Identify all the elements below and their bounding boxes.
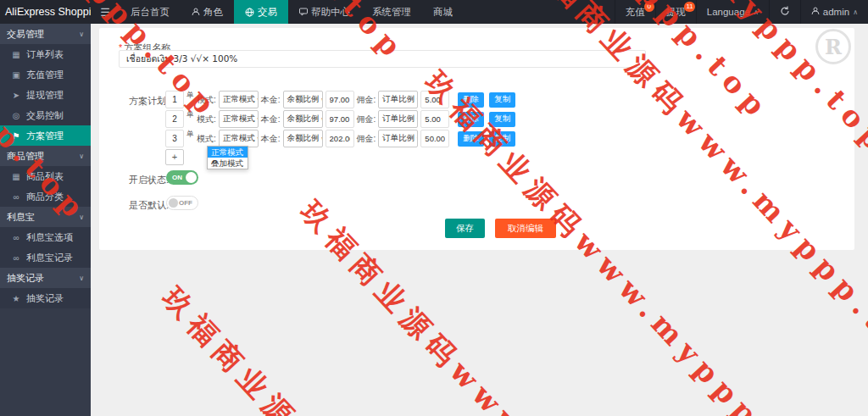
sidebar-item-withdraw-management[interactable]: ➤ 提现管理	[0, 85, 91, 105]
sidebar-item-plan-management[interactable]: ⚑ 方案管理	[0, 125, 91, 146]
commission-type-select[interactable]: 订单比例	[378, 91, 418, 108]
mode-label: 模式:	[197, 94, 216, 106]
mode-select[interactable]: 正常模式	[219, 91, 259, 108]
language-label: Language	[707, 7, 750, 17]
principal-label: 本金:	[261, 94, 281, 106]
principal-value-input[interactable]	[326, 110, 354, 128]
nav-item-help-center[interactable]: 帮助中心	[288, 0, 361, 24]
sidebar-item-interest-records[interactable]: ∞ 利息宝记录	[0, 247, 91, 268]
unit-suffix: 单	[186, 90, 194, 101]
recharge-badge: 0	[644, 2, 654, 12]
principal-type-select[interactable]: 余额比例	[283, 91, 323, 108]
recharge-label: 充值	[626, 6, 645, 19]
toggle-state-text: OFF	[179, 199, 192, 207]
principal-type-select[interactable]: 余额比例	[283, 130, 323, 147]
hamburger-menu-icon[interactable]: ☰	[91, 0, 120, 24]
item-label: 方案管理	[26, 130, 64, 142]
admin-page: AliExpress Shopping... ☰ 后台首页 角色 交易 帮助中心…	[0, 0, 868, 416]
link-icon: ∞	[11, 192, 21, 202]
mode-select-dropdown: 正常模式 叠加模式	[207, 146, 248, 169]
selected-value: 余额比例	[287, 114, 320, 125]
delete-row-button[interactable]: 删除	[458, 92, 484, 108]
sidebar-item-order-list[interactable]: ▦ 订单列表	[0, 44, 91, 64]
sidebar-item-product-list[interactable]: ▦ 商品列表	[0, 166, 91, 186]
selected-value: 正常模式	[223, 94, 255, 105]
user-icon	[192, 8, 200, 16]
flag-icon: ⚑	[11, 131, 21, 141]
commission-value-input[interactable]	[420, 130, 449, 147]
withdraw-badge: 11	[684, 2, 694, 12]
nav-item-system[interactable]: 系统管理	[361, 0, 422, 24]
unit-suffix: 单	[186, 109, 194, 120]
default-toggle[interactable]: OFF	[166, 196, 198, 210]
sidebar-item-product-category[interactable]: ∞ 商品分类	[0, 186, 91, 207]
nav-item-roles[interactable]: 角色	[181, 0, 234, 24]
delete-row-button[interactable]: 删除	[458, 112, 484, 127]
commission-value-input[interactable]	[420, 91, 449, 108]
save-button[interactable]: 保存	[445, 219, 485, 238]
globe-icon	[245, 8, 254, 17]
selected-value: 余额比例	[287, 133, 320, 144]
watermark-text: 玖福商业源码www.myppp.top	[153, 280, 570, 416]
language-dropdown[interactable]: Language ∧	[696, 0, 769, 24]
commission-label: 佣金:	[357, 114, 376, 125]
status-toggle-label: 开启状态:	[129, 174, 169, 186]
add-row-button[interactable]: +	[165, 149, 184, 165]
plan-edit-card: R *方案组名称 方案计划: 单 模式: 正常模式 本金: 余额比例 佣金: 订…	[99, 28, 854, 250]
sidebar-item-interest-options[interactable]: ∞ 利息宝选项	[0, 227, 91, 247]
mode-label: 模式:	[197, 133, 216, 145]
sidebar-group-interest-treasure[interactable]: 利息宝 ∨	[0, 207, 91, 227]
default-toggle-label: 是否默认:	[129, 199, 169, 212]
sequence-input[interactable]	[165, 130, 184, 147]
commission-type-select[interactable]: 订单比例	[378, 130, 418, 147]
cancel-edit-button[interactable]: 取消编辑	[495, 219, 556, 238]
chevron-up-icon: ∧	[853, 8, 858, 16]
sequence-input[interactable]	[165, 110, 184, 128]
nav-label: 系统管理	[372, 6, 411, 19]
recharge-button[interactable]: 充值 0	[615, 0, 655, 24]
principal-label: 本金:	[261, 114, 281, 125]
status-toggle[interactable]: ON	[166, 170, 198, 185]
top-navbar: AliExpress Shopping... ☰ 后台首页 角色 交易 帮助中心…	[0, 0, 868, 24]
main-nav: 后台首页 角色 交易 帮助中心 系统管理 商城	[120, 0, 464, 24]
user-menu[interactable]: admin ∧	[800, 0, 868, 24]
link-icon: ∞	[11, 233, 21, 242]
username: admin	[823, 7, 849, 17]
mode-select[interactable]: 正常模式	[219, 130, 259, 147]
copy-row-button[interactable]: 复制	[489, 131, 515, 147]
refresh-button[interactable]	[769, 0, 800, 24]
sidebar-group-product-management[interactable]: 商品管理 ∨	[0, 146, 91, 166]
sidebar-group-trade-management[interactable]: 交易管理 ∨	[0, 24, 91, 44]
dropdown-option-normal-mode[interactable]: 正常模式	[208, 147, 248, 158]
sequence-input[interactable]	[165, 91, 184, 108]
principal-value-input[interactable]	[326, 91, 354, 108]
dropdown-option-stack-mode[interactable]: 叠加模式	[208, 158, 248, 169]
sidebar-item-recharge-management[interactable]: ▣ 充值管理	[0, 64, 91, 85]
item-label: 抽奖记录	[26, 292, 64, 305]
copy-row-button[interactable]: 复制	[489, 112, 515, 127]
principal-value-input[interactable]	[326, 130, 354, 147]
nav-label: 后台首页	[131, 6, 170, 19]
selected-value: 正常模式	[223, 133, 255, 144]
principal-type-select[interactable]: 余额比例	[283, 110, 323, 128]
sidebar-item-trade-control[interactable]: ◎ 交易控制	[0, 105, 91, 125]
copy-row-button[interactable]: 复制	[489, 92, 515, 108]
toggle-knob	[169, 198, 178, 208]
commission-type-select[interactable]: 订单比例	[378, 110, 418, 128]
withdraw-button[interactable]: 提现 11	[655, 0, 696, 24]
group-name-input[interactable]	[119, 50, 646, 68]
withdraw-label: 提现	[666, 6, 686, 19]
commission-value-input[interactable]	[420, 110, 449, 128]
delete-row-button[interactable]: 删除	[458, 131, 484, 147]
nav-label: 角色	[203, 6, 223, 19]
toggle-knob	[186, 172, 197, 183]
mode-select[interactable]: 正常模式	[219, 110, 259, 128]
sidebar-group-lottery-records[interactable]: 抽奖记录 ∨	[0, 268, 91, 288]
nav-item-dashboard[interactable]: 后台首页	[120, 0, 181, 24]
selected-value: 正常模式	[223, 114, 255, 125]
nav-item-mall[interactable]: 商城	[422, 0, 464, 24]
sidebar-item-lottery-records[interactable]: ★ 抽奖记录	[0, 288, 91, 308]
link-icon: ∞	[11, 253, 21, 263]
nav-item-trade[interactable]: 交易	[234, 0, 288, 24]
item-label: 提现管理	[26, 89, 64, 102]
